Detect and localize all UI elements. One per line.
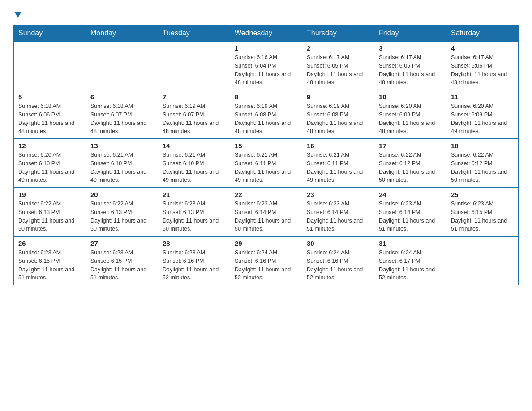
- day-of-week-header: Friday: [374, 26, 446, 42]
- day-number: 27: [90, 240, 153, 247]
- day-info: Sunrise: 6:23 AMSunset: 6:15 PMDaylight:…: [90, 248, 153, 282]
- day-number: 22: [235, 191, 297, 198]
- day-info: Sunrise: 6:23 AMSunset: 6:15 PMDaylight:…: [451, 200, 514, 233]
- calendar-cell: 23Sunrise: 6:23 AMSunset: 6:14 PMDayligh…: [302, 188, 374, 236]
- calendar-cell: 10Sunrise: 6:20 AMSunset: 6:09 PMDayligh…: [374, 90, 446, 139]
- day-number: 25: [451, 191, 514, 198]
- day-number: 18: [451, 142, 514, 150]
- calendar-cell: 9Sunrise: 6:19 AMSunset: 6:08 PMDaylight…: [302, 90, 374, 139]
- calendar-cell: 24Sunrise: 6:23 AMSunset: 6:14 PMDayligh…: [374, 188, 446, 236]
- calendar-cell: 30Sunrise: 6:24 AMSunset: 6:16 PMDayligh…: [302, 236, 374, 285]
- calendar-cell: 19Sunrise: 6:22 AMSunset: 6:13 PMDayligh…: [14, 188, 86, 236]
- day-info: Sunrise: 6:17 AMSunset: 6:05 PMDaylight:…: [307, 53, 369, 87]
- day-number: 30: [307, 240, 369, 247]
- day-of-week-header: Thursday: [302, 26, 374, 42]
- logo: [13, 9, 21, 18]
- day-number: 9: [307, 93, 369, 101]
- day-info: Sunrise: 6:21 AMSunset: 6:11 PMDaylight:…: [235, 151, 297, 184]
- calendar-cell: 29Sunrise: 6:24 AMSunset: 6:16 PMDayligh…: [230, 236, 302, 285]
- calendar-cell: 12Sunrise: 6:20 AMSunset: 6:10 PMDayligh…: [14, 139, 86, 188]
- day-info: Sunrise: 6:19 AMSunset: 6:08 PMDaylight:…: [235, 102, 297, 136]
- calendar-cell: 4Sunrise: 6:17 AMSunset: 6:06 PMDaylight…: [446, 41, 519, 90]
- calendar-cell: 21Sunrise: 6:23 AMSunset: 6:13 PMDayligh…: [158, 188, 230, 236]
- day-info: Sunrise: 6:19 AMSunset: 6:07 PMDaylight:…: [163, 102, 225, 136]
- calendar-week-row: 12Sunrise: 6:20 AMSunset: 6:10 PMDayligh…: [14, 139, 519, 188]
- day-number: 20: [90, 191, 153, 198]
- page-header: [13, 9, 519, 18]
- calendar-cell: 5Sunrise: 6:18 AMSunset: 6:06 PMDaylight…: [14, 90, 86, 139]
- calendar-cell: 2Sunrise: 6:17 AMSunset: 6:05 PMDaylight…: [302, 41, 374, 90]
- calendar-cell: 3Sunrise: 6:17 AMSunset: 6:05 PMDaylight…: [374, 41, 446, 90]
- day-number: 10: [379, 93, 442, 101]
- day-number: 4: [451, 44, 514, 52]
- calendar-cell: 17Sunrise: 6:22 AMSunset: 6:12 PMDayligh…: [374, 139, 446, 188]
- calendar-cell: [14, 41, 86, 90]
- calendar-cell: 6Sunrise: 6:18 AMSunset: 6:07 PMDaylight…: [86, 90, 158, 139]
- calendar-cell: 8Sunrise: 6:19 AMSunset: 6:08 PMDaylight…: [230, 90, 302, 139]
- day-of-week-header: Wednesday: [230, 26, 302, 42]
- calendar-cell: 25Sunrise: 6:23 AMSunset: 6:15 PMDayligh…: [446, 188, 519, 236]
- day-of-week-header: Monday: [86, 26, 158, 42]
- day-number: 16: [307, 142, 369, 150]
- day-info: Sunrise: 6:24 AMSunset: 6:17 PMDaylight:…: [379, 248, 442, 282]
- calendar-cell: 7Sunrise: 6:19 AMSunset: 6:07 PMDaylight…: [158, 90, 230, 139]
- day-info: Sunrise: 6:20 AMSunset: 6:09 PMDaylight:…: [379, 102, 442, 136]
- day-number: 7: [163, 93, 225, 101]
- day-info: Sunrise: 6:24 AMSunset: 6:16 PMDaylight:…: [307, 248, 369, 282]
- calendar-cell: 13Sunrise: 6:21 AMSunset: 6:10 PMDayligh…: [86, 139, 158, 188]
- day-info: Sunrise: 6:21 AMSunset: 6:10 PMDaylight:…: [163, 151, 225, 184]
- day-number: 15: [235, 142, 297, 150]
- calendar-week-row: 19Sunrise: 6:22 AMSunset: 6:13 PMDayligh…: [14, 188, 519, 236]
- calendar-cell: 20Sunrise: 6:22 AMSunset: 6:13 PMDayligh…: [86, 188, 158, 236]
- calendar-week-row: 1Sunrise: 6:16 AMSunset: 6:04 PMDaylight…: [14, 41, 519, 90]
- day-info: Sunrise: 6:22 AMSunset: 6:13 PMDaylight:…: [18, 200, 81, 233]
- day-number: 19: [18, 191, 81, 198]
- day-of-week-header: Sunday: [14, 26, 86, 42]
- calendar-cell: [446, 236, 519, 285]
- day-info: Sunrise: 6:23 AMSunset: 6:14 PMDaylight:…: [307, 200, 369, 233]
- day-number: 6: [90, 93, 153, 101]
- day-number: 11: [451, 93, 514, 101]
- calendar-cell: 28Sunrise: 6:23 AMSunset: 6:16 PMDayligh…: [158, 236, 230, 285]
- day-number: 1: [235, 44, 297, 52]
- day-number: 5: [18, 93, 81, 101]
- day-info: Sunrise: 6:22 AMSunset: 6:12 PMDaylight:…: [379, 151, 442, 184]
- calendar-cell: 14Sunrise: 6:21 AMSunset: 6:10 PMDayligh…: [158, 139, 230, 188]
- day-number: 29: [235, 240, 297, 247]
- day-number: 12: [18, 142, 81, 150]
- day-number: 24: [379, 191, 442, 198]
- day-number: 21: [163, 191, 225, 198]
- day-number: 23: [307, 191, 369, 198]
- calendar-cell: 16Sunrise: 6:21 AMSunset: 6:11 PMDayligh…: [302, 139, 374, 188]
- day-info: Sunrise: 6:18 AMSunset: 6:06 PMDaylight:…: [18, 102, 81, 136]
- day-info: Sunrise: 6:18 AMSunset: 6:07 PMDaylight:…: [90, 102, 153, 136]
- day-info: Sunrise: 6:16 AMSunset: 6:04 PMDaylight:…: [235, 53, 297, 87]
- day-info: Sunrise: 6:22 AMSunset: 6:13 PMDaylight:…: [90, 200, 153, 233]
- day-number: 28: [163, 240, 225, 247]
- calendar-cell: 31Sunrise: 6:24 AMSunset: 6:17 PMDayligh…: [374, 236, 446, 285]
- calendar-cell: 15Sunrise: 6:21 AMSunset: 6:11 PMDayligh…: [230, 139, 302, 188]
- day-number: 14: [163, 142, 225, 150]
- day-info: Sunrise: 6:23 AMSunset: 6:16 PMDaylight:…: [163, 248, 225, 282]
- calendar-cell: 27Sunrise: 6:23 AMSunset: 6:15 PMDayligh…: [86, 236, 158, 285]
- day-info: Sunrise: 6:24 AMSunset: 6:16 PMDaylight:…: [235, 248, 297, 282]
- day-info: Sunrise: 6:22 AMSunset: 6:12 PMDaylight:…: [451, 151, 514, 184]
- day-info: Sunrise: 6:23 AMSunset: 6:14 PMDaylight:…: [235, 200, 297, 233]
- day-info: Sunrise: 6:20 AMSunset: 6:10 PMDaylight:…: [18, 151, 81, 184]
- day-number: 26: [18, 240, 81, 247]
- calendar-cell: 18Sunrise: 6:22 AMSunset: 6:12 PMDayligh…: [446, 139, 519, 188]
- day-info: Sunrise: 6:20 AMSunset: 6:09 PMDaylight:…: [451, 102, 514, 136]
- calendar-cell: [86, 41, 158, 90]
- logo-arrow-icon: [14, 12, 21, 18]
- day-info: Sunrise: 6:21 AMSunset: 6:11 PMDaylight:…: [307, 151, 369, 184]
- day-info: Sunrise: 6:23 AMSunset: 6:14 PMDaylight:…: [379, 200, 442, 233]
- calendar-header-row: SundayMondayTuesdayWednesdayThursdayFrid…: [14, 26, 519, 42]
- day-info: Sunrise: 6:17 AMSunset: 6:05 PMDaylight:…: [379, 53, 442, 87]
- day-info: Sunrise: 6:23 AMSunset: 6:13 PMDaylight:…: [163, 200, 225, 233]
- day-info: Sunrise: 6:19 AMSunset: 6:08 PMDaylight:…: [307, 102, 369, 136]
- day-of-week-header: Tuesday: [158, 26, 230, 42]
- calendar-cell: 22Sunrise: 6:23 AMSunset: 6:14 PMDayligh…: [230, 188, 302, 236]
- calendar-cell: 26Sunrise: 6:23 AMSunset: 6:15 PMDayligh…: [14, 236, 86, 285]
- day-info: Sunrise: 6:17 AMSunset: 6:06 PMDaylight:…: [451, 53, 514, 87]
- calendar-cell: 1Sunrise: 6:16 AMSunset: 6:04 PMDaylight…: [230, 41, 302, 90]
